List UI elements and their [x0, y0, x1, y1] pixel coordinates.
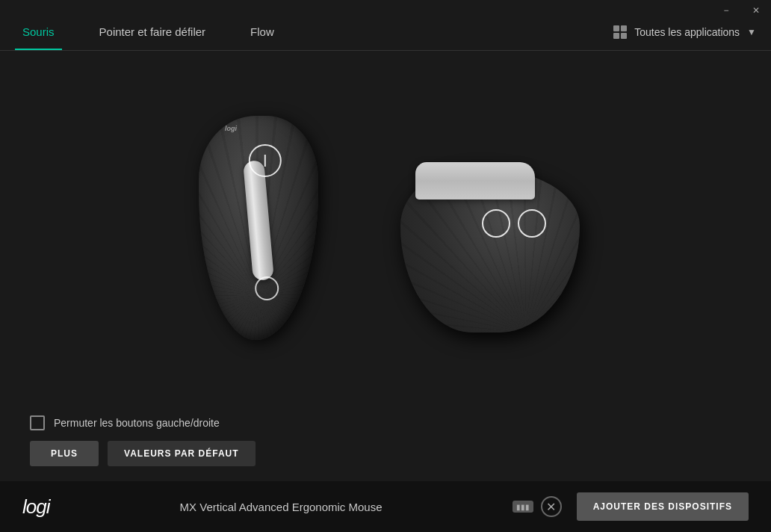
- minimize-button[interactable]: −: [711, 0, 741, 21]
- side-circle-1[interactable]: [482, 209, 510, 238]
- mouse-circle-top[interactable]: [249, 144, 282, 177]
- main-content: logi logi Permuter les boutons gauche/dr…: [0, 51, 771, 481]
- bottom-controls: Permuter les boutons gauche/droite PLUS …: [0, 404, 771, 481]
- connection-icon: ✕: [541, 496, 562, 517]
- device-name: MX Vertical Advanced Ergonomic Mouse: [64, 501, 497, 513]
- mouse-body-horizontal: logi: [400, 168, 580, 332]
- logi-badge-left: logi: [225, 125, 237, 132]
- apps-grid-icon[interactable]: [613, 25, 627, 39]
- footer-icons: ▮▮▮ ✕: [513, 496, 562, 517]
- mouse-circle-bottom[interactable]: [255, 276, 279, 300]
- add-devices-button[interactable]: AJOUTER DES DISPOSITIFS: [577, 492, 749, 521]
- mouse-area: logi logi: [0, 51, 771, 404]
- buttons-row: PLUS VALEURS PAR DÉFAUT: [30, 441, 256, 466]
- nav-bar: Souris Pointer et faire défiler Flow Tou…: [0, 13, 771, 51]
- swap-buttons-checkbox[interactable]: [30, 415, 45, 430]
- battery-icon: ▮▮▮: [513, 501, 533, 513]
- logi-logo: logi: [22, 495, 49, 519]
- mouse-top-piece: [415, 162, 535, 200]
- mouse-silver-bar: [243, 160, 274, 281]
- title-bar: − ✕: [711, 0, 771, 21]
- tab-pointer[interactable]: Pointer et faire défiler: [77, 13, 229, 50]
- chevron-down-icon[interactable]: ▼: [747, 27, 756, 37]
- tab-souris[interactable]: Souris: [0, 13, 77, 50]
- nav-right: Toutes les applications ▼: [613, 25, 771, 39]
- close-button[interactable]: ✕: [741, 0, 771, 21]
- side-circle-2[interactable]: [518, 209, 546, 238]
- default-values-button[interactable]: VALEURS PAR DÉFAUT: [108, 441, 256, 466]
- mouse-vertical-left: logi: [176, 101, 341, 355]
- checkbox-row: Permuter les boutons gauche/droite: [30, 415, 220, 430]
- footer: logi MX Vertical Advanced Ergonomic Mous…: [0, 481, 771, 532]
- swap-buttons-label: Permuter les boutons gauche/droite: [54, 417, 220, 429]
- mouse-body-vertical: logi: [199, 116, 318, 340]
- tab-flow[interactable]: Flow: [228, 13, 297, 50]
- all-apps-label[interactable]: Toutes les applications: [634, 26, 740, 38]
- mouse-side-circles: [482, 209, 546, 238]
- mouse-horizontal-right: logi: [386, 123, 595, 332]
- plus-button[interactable]: PLUS: [30, 441, 99, 466]
